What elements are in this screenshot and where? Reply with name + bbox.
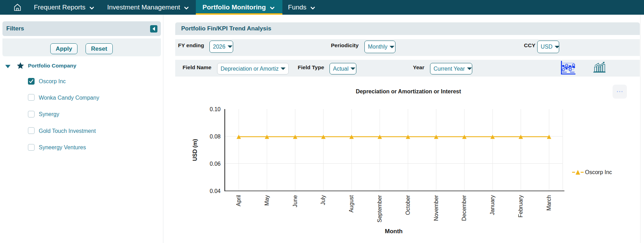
svg-text:USD (m): USD (m): [192, 139, 198, 161]
svg-text:October: October: [405, 195, 411, 215]
svg-text:June: June: [292, 195, 298, 207]
svg-text:April: April: [236, 195, 242, 206]
svg-text:August: August: [348, 195, 354, 212]
svg-text:Oscorp Inc: Oscorp Inc: [585, 169, 612, 175]
svg-text:November: November: [433, 195, 439, 221]
svg-text:Depreciation or Amortization o: Depreciation or Amortization or Interest: [356, 88, 461, 94]
svg-text:May: May: [264, 195, 270, 206]
svg-text:0.06: 0.06: [210, 161, 221, 167]
svg-text:January: January: [489, 195, 495, 215]
svg-text:0.04: 0.04: [210, 188, 221, 194]
svg-text:February: February: [518, 195, 524, 217]
svg-text:September: September: [377, 195, 383, 222]
svg-text:March: March: [546, 195, 552, 210]
svg-text:Month: Month: [385, 228, 403, 235]
svg-text:July: July: [320, 195, 326, 205]
svg-text:December: December: [461, 195, 467, 221]
svg-text:0.10: 0.10: [210, 106, 221, 112]
svg-text:0.08: 0.08: [210, 134, 221, 140]
